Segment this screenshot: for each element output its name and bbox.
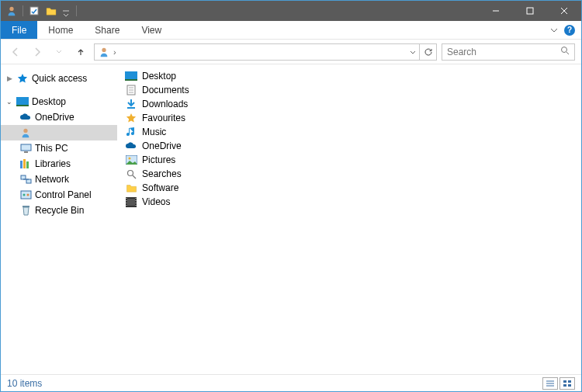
svg-line-32	[133, 175, 136, 179]
svg-rect-35	[126, 198, 127, 199]
tree-label: Control Panel	[35, 189, 92, 200]
tree-control-panel[interactable]: Control Panel	[1, 187, 117, 203]
svg-point-31	[127, 170, 133, 175]
tree-label: Recycle Bin	[35, 205, 84, 216]
breadcrumb-sep: ›	[113, 47, 116, 57]
desktop-icon	[125, 70, 137, 82]
item-label: Downloads	[142, 99, 188, 109]
forward-button[interactable]	[29, 43, 46, 61]
item-label: Pictures	[142, 154, 175, 165]
chevron-down-icon[interactable]	[550, 23, 558, 37]
recent-dropdown[interactable]	[50, 43, 68, 61]
svg-point-4	[102, 47, 106, 51]
search-icon	[125, 168, 137, 180]
expand-icon[interactable]: ▶	[5, 75, 13, 82]
properties-icon[interactable]	[28, 5, 40, 17]
svg-point-30	[128, 158, 130, 160]
search-input[interactable]: Search	[442, 43, 575, 61]
item-downloads[interactable]: Downloads	[125, 97, 581, 111]
home-tab[interactable]: Home	[37, 21, 84, 39]
recycle-bin-icon	[19, 204, 32, 217]
item-label: Documents	[142, 85, 189, 95]
item-videos[interactable]: Videos	[125, 195, 581, 209]
user-icon	[98, 46, 110, 58]
svg-rect-1	[30, 7, 38, 15]
file-tab[interactable]: File	[1, 21, 37, 39]
svg-point-0	[9, 7, 13, 11]
tree-thispc[interactable]: This PC	[1, 140, 117, 156]
svg-line-6	[566, 52, 569, 54]
document-icon	[125, 84, 137, 96]
back-button[interactable]	[7, 43, 24, 61]
item-documents[interactable]: Documents	[125, 83, 581, 97]
svg-rect-42	[135, 205, 137, 206]
item-software[interactable]: Software	[125, 181, 581, 195]
svg-rect-15	[21, 175, 26, 179]
svg-point-5	[562, 47, 567, 53]
user-icon	[5, 5, 18, 17]
item-onedrive[interactable]: OneDrive	[125, 139, 581, 153]
item-label: Software	[142, 182, 178, 193]
tree-user[interactable]	[1, 125, 117, 140]
libraries-icon	[19, 158, 32, 170]
svg-point-19	[23, 193, 25, 196]
quick-access-toolbar	[1, 5, 77, 17]
tree-label: Libraries	[35, 158, 71, 169]
minimize-button[interactable]	[479, 1, 513, 21]
download-icon	[125, 98, 137, 110]
item-label: Videos	[142, 196, 170, 207]
tree-recycle-bin[interactable]: Recycle Bin	[1, 203, 117, 218]
svg-rect-46	[563, 380, 566, 383]
svg-rect-38	[126, 205, 127, 206]
svg-rect-21	[23, 206, 29, 207]
collapse-icon[interactable]: ⌄	[5, 98, 13, 106]
svg-rect-37	[126, 203, 127, 203]
svg-rect-16	[26, 179, 31, 183]
cloud-icon	[19, 111, 32, 123]
maximize-button[interactable]	[513, 1, 547, 21]
item-searches[interactable]: Searches	[125, 167, 581, 181]
icons-view-button[interactable]	[559, 377, 575, 390]
folder-icon[interactable]	[45, 5, 57, 17]
video-icon	[125, 196, 137, 208]
chevron-down-icon[interactable]	[407, 45, 419, 59]
separator	[23, 5, 23, 16]
picture-icon	[125, 154, 137, 166]
svg-rect-14	[26, 161, 29, 168]
tree-network[interactable]: Network	[1, 172, 117, 187]
content-pane[interactable]: Desktop Documents Downloads Favourites M…	[117, 64, 581, 374]
item-favourites[interactable]: Favourites	[125, 111, 581, 125]
item-pictures[interactable]: Pictures	[125, 153, 581, 167]
chevron-down-icon[interactable]	[62, 6, 71, 16]
tree-onedrive[interactable]: OneDrive	[1, 109, 117, 125]
body: ▶ Quick access ⌄ Desktop OneDrive	[1, 64, 581, 374]
help-icon[interactable]: ?	[564, 25, 575, 36]
window-controls	[479, 1, 581, 21]
svg-rect-3	[527, 8, 533, 14]
folder-icon	[125, 182, 137, 194]
svg-rect-39	[135, 198, 137, 199]
up-button[interactable]	[72, 43, 89, 61]
tree-quick-access[interactable]: ▶ Quick access	[1, 71, 117, 86]
control-panel-icon	[19, 189, 32, 201]
item-desktop[interactable]: Desktop	[125, 69, 581, 83]
item-label: OneDrive	[142, 140, 182, 151]
item-music[interactable]: Music	[125, 125, 581, 139]
item-label: Searches	[142, 168, 182, 179]
tree-label: Quick access	[32, 73, 87, 84]
separator	[76, 5, 77, 16]
tree-desktop[interactable]: ⌄ Desktop	[1, 94, 117, 109]
tree-libraries[interactable]: Libraries	[1, 156, 117, 172]
svg-point-20	[26, 193, 29, 196]
tree-label: OneDrive	[35, 112, 74, 123]
svg-rect-22	[125, 71, 137, 79]
refresh-button[interactable]	[420, 43, 437, 61]
star-icon	[125, 112, 137, 124]
view-tab[interactable]: View	[130, 21, 172, 39]
star-icon	[16, 72, 29, 85]
details-view-button[interactable]	[542, 377, 558, 390]
close-button[interactable]	[547, 1, 581, 21]
share-tab[interactable]: Share	[84, 21, 130, 39]
address-bar[interactable]: ›	[94, 43, 420, 61]
cloud-icon	[125, 140, 137, 152]
